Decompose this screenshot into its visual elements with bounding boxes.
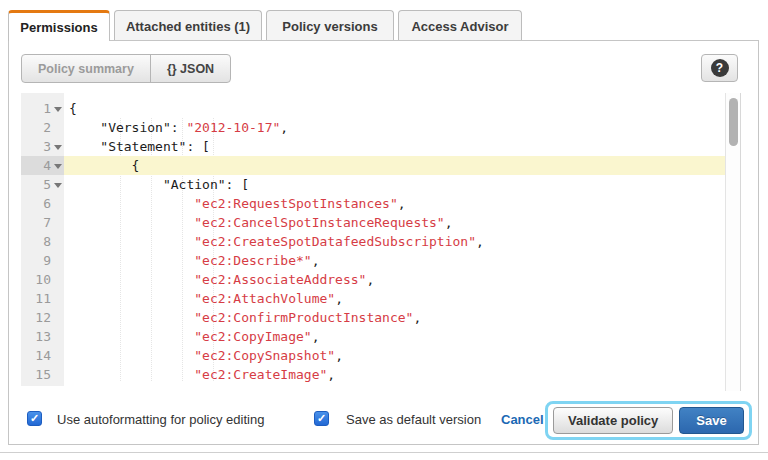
default-version-label: Save as default version bbox=[346, 412, 481, 427]
fold-arrow-icon[interactable] bbox=[54, 107, 62, 112]
validate-policy-button[interactable]: Validate policy bbox=[553, 407, 673, 434]
editor-line[interactable]: 4 { bbox=[21, 156, 725, 175]
code-text: "ec2:CopySnapshot", bbox=[64, 346, 725, 365]
tab-attached-entities-1[interactable]: Attached entities (1) bbox=[114, 10, 262, 41]
line-number: 1 bbox=[21, 99, 64, 118]
line-number: 9 bbox=[21, 251, 64, 270]
editor-line[interactable]: 13 "ec2:CopyImage", bbox=[21, 327, 725, 346]
line-number: 15 bbox=[21, 365, 64, 384]
fold-arrow-icon[interactable] bbox=[54, 183, 62, 188]
editor-line[interactable]: 14 "ec2:CopySnapshot", bbox=[21, 346, 725, 365]
autoformat-checkbox[interactable]: ✓ bbox=[27, 411, 42, 426]
primary-actions-focus-ring: Validate policy Save bbox=[545, 401, 752, 440]
code-text: "Action": [ bbox=[64, 175, 725, 194]
scrollbar-thumb[interactable] bbox=[729, 98, 738, 146]
policy-summary-toggle[interactable]: Policy summary bbox=[22, 55, 150, 82]
editor-line[interactable]: 15 "ec2:CreateImage", bbox=[21, 365, 725, 384]
line-number: 6 bbox=[21, 194, 64, 213]
line-number: 3 bbox=[21, 137, 64, 156]
policy-editor-widget: PermissionsAttached entities (1)Policy v… bbox=[0, 0, 768, 460]
line-number: 10 bbox=[21, 270, 64, 289]
code-text: { bbox=[64, 99, 725, 118]
view-toggle-group: Policy summary {} JSON bbox=[21, 54, 231, 83]
tab-permissions[interactable]: Permissions bbox=[8, 10, 110, 41]
code-text: "ec2:AssociateAddress", bbox=[64, 270, 725, 289]
line-number: 14 bbox=[21, 346, 64, 365]
line-number: 7 bbox=[21, 213, 64, 232]
page-divider bbox=[0, 452, 768, 453]
autoformat-label: Use autoformatting for policy editing bbox=[57, 412, 264, 427]
editor-line[interactable]: 5 "Action": [ bbox=[21, 175, 725, 194]
code-text: "ec2:ConfirmProductInstance", bbox=[64, 308, 725, 327]
json-toggle[interactable]: {} JSON bbox=[150, 55, 230, 82]
editor-line[interactable]: 11 "ec2:AttachVolume", bbox=[21, 289, 725, 308]
editor-lines: 1{2 "Version": "2012-10-17",3 "Statement… bbox=[21, 99, 725, 384]
cancel-link[interactable]: Cancel bbox=[501, 412, 544, 427]
line-number: 11 bbox=[21, 289, 64, 308]
line-number: 4 bbox=[21, 156, 64, 175]
tab-access-advisor[interactable]: Access Advisor bbox=[398, 10, 522, 41]
code-text: "Statement": [ bbox=[64, 137, 725, 156]
code-text: "Version": "2012-10-17", bbox=[64, 118, 725, 137]
code-text: "ec2:CreateImage", bbox=[64, 365, 725, 384]
code-text: "ec2:RequestSpotInstances", bbox=[64, 194, 725, 213]
permissions-panel: Policy summary {} JSON ? 1{2 "Version": … bbox=[8, 40, 759, 445]
editor-line[interactable]: 12 "ec2:ConfirmProductInstance", bbox=[21, 308, 725, 327]
line-number: 8 bbox=[21, 232, 64, 251]
code-text: "ec2:CancelSpotInstanceRequests", bbox=[64, 213, 725, 232]
code-text: "ec2:Describe*", bbox=[64, 251, 725, 270]
question-mark-icon: ? bbox=[711, 59, 729, 77]
line-number: 2 bbox=[21, 118, 64, 137]
tab-policy-versions[interactable]: Policy versions bbox=[266, 10, 394, 41]
editor-line[interactable]: 6 "ec2:RequestSpotInstances", bbox=[21, 194, 725, 213]
editor-line[interactable]: 9 "ec2:Describe*", bbox=[21, 251, 725, 270]
default-version-checkbox[interactable]: ✓ bbox=[314, 411, 329, 426]
line-number: 5 bbox=[21, 175, 64, 194]
editor-line[interactable]: 8 "ec2:CreateSpotDatafeedSubscription", bbox=[21, 232, 725, 251]
code-text: "ec2:CreateSpotDatafeedSubscription", bbox=[64, 232, 725, 251]
editor-line[interactable]: 3 "Statement": [ bbox=[21, 137, 725, 156]
editor-scrollbar[interactable] bbox=[725, 93, 741, 391]
editor-line[interactable]: 2 "Version": "2012-10-17", bbox=[21, 118, 725, 137]
editor-line[interactable]: 1{ bbox=[21, 99, 725, 118]
help-button[interactable]: ? bbox=[701, 54, 738, 82]
code-text: { bbox=[64, 156, 725, 175]
editor-line[interactable]: 10 "ec2:AssociateAddress", bbox=[21, 270, 725, 289]
fold-arrow-icon[interactable] bbox=[54, 145, 62, 150]
line-number: 13 bbox=[21, 327, 64, 346]
fold-arrow-icon[interactable] bbox=[54, 164, 62, 169]
editor-line[interactable]: 7 "ec2:CancelSpotInstanceRequests", bbox=[21, 213, 725, 232]
code-text: "ec2:AttachVolume", bbox=[64, 289, 725, 308]
json-code-editor[interactable]: 1{2 "Version": "2012-10-17",3 "Statement… bbox=[21, 93, 741, 391]
code-text: "ec2:CopyImage", bbox=[64, 327, 725, 346]
save-button[interactable]: Save bbox=[679, 407, 743, 434]
line-number: 12 bbox=[21, 308, 64, 327]
